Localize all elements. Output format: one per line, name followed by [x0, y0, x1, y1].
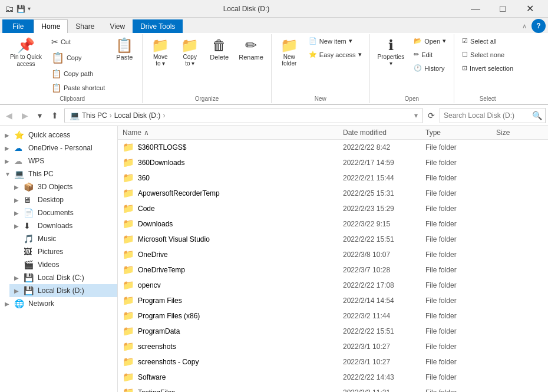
file-row[interactable]: 📁 TestingFiles 2022/3/3 11:31 File folde…: [118, 385, 548, 392]
sidebar-item-local-disk-c[interactable]: ▶ 💾 Local Disk (C:): [9, 271, 117, 284]
file-folder-icon: 📁: [123, 279, 134, 291]
edit-button[interactable]: ✏ Edit: [410, 49, 450, 60]
sidebar-item-videos[interactable]: 🎬 Videos: [9, 258, 117, 271]
column-header-name[interactable]: Name ∧: [123, 129, 343, 137]
file-row[interactable]: 📁 Program Files 2022/2/14 14:54 File fol…: [118, 293, 548, 308]
search-input[interactable]: [444, 111, 532, 120]
pin-icon: 📌: [17, 38, 35, 52]
properties-button[interactable]: ℹ Properties▾: [374, 35, 409, 70]
tab-home[interactable]: Home: [34, 19, 68, 33]
sidebar-item-wps[interactable]: ▶ ☁ WPS: [0, 154, 117, 167]
quick-access-toolbar-save[interactable]: 💾: [16, 5, 25, 13]
file-type-col: File folder: [425, 220, 496, 228]
file-date-col: 2022/3/8 10:07: [343, 251, 425, 259]
sidebar-item-documents[interactable]: ▶ 📄 Documents: [9, 206, 117, 219]
sidebar-item-this-pc[interactable]: ▼ 💻 This PC: [0, 167, 117, 180]
open-button[interactable]: 📂 Open ▾: [410, 35, 450, 47]
file-type-col: File folder: [425, 189, 496, 197]
select-all-button[interactable]: ☑ Select all: [458, 35, 517, 47]
column-header-type[interactable]: Type: [425, 129, 496, 137]
paste-button[interactable]: 📋 Paste: [110, 35, 138, 64]
file-row[interactable]: 📁 ApowersoftRecorderTemp 2022/2/25 15:31…: [118, 186, 548, 201]
up-button[interactable]: ⬆: [48, 108, 62, 123]
file-folder-icon: 📁: [123, 203, 134, 214]
sidebar-item-onedrive[interactable]: ▶ ☁ OneDrive - Personal: [0, 141, 117, 154]
copy-path-button[interactable]: 📋 Copy path: [47, 67, 109, 80]
maximize-button[interactable]: □: [489, 0, 516, 18]
ribbon-group-new: 📁 Newfolder 📄 New item ▾ ⭐ Easy access ▾…: [272, 34, 370, 103]
easy-access-button[interactable]: ⭐ Easy access ▾: [305, 49, 366, 60]
file-row[interactable]: 📁 Microsoft Visual Studio 2022/2/22 15:5…: [118, 232, 548, 247]
tab-view[interactable]: View: [102, 19, 133, 33]
sidebar-item-quick-access[interactable]: ▶ ⭐ Quick access: [0, 129, 117, 141]
file-row[interactable]: 📁 360 2022/2/21 15:44 File folder: [118, 170, 548, 186]
file-row[interactable]: 📁 $360RTLOGS$ 2022/2/22 8:42 File folder: [118, 140, 548, 155]
address-item-this-pc[interactable]: This PC: [82, 111, 107, 120]
address-bar[interactable]: 💻 This PC › Local Disk (D:) › ▾: [64, 108, 423, 123]
search-box[interactable]: 🔍: [440, 108, 546, 123]
column-header-date[interactable]: Date modified: [343, 129, 425, 137]
tab-share[interactable]: Share: [68, 19, 102, 33]
select-col: ☑ Select all ☐ Select none ⊡ Invert sele…: [458, 35, 517, 74]
file-type-col: File folder: [425, 373, 496, 381]
select-none-icon: ☐: [462, 51, 468, 58]
minimize-button[interactable]: —: [462, 0, 489, 18]
sidebar-label-local-disk-c: Local Disk (C:): [38, 274, 84, 282]
history-button[interactable]: 🕐 History: [410, 62, 450, 74]
back-button[interactable]: ◀: [2, 108, 16, 123]
file-row[interactable]: 📁 screenshots 2022/3/1 10:27 File folder: [118, 339, 548, 354]
file-row[interactable]: 📁 Software 2022/2/22 14:43 File folder: [118, 370, 548, 385]
sidebar-item-pictures[interactable]: 🖼 Pictures: [9, 245, 117, 258]
ribbon-open-items: ℹ Properties▾ 📂 Open ▾ ✏ Edit 🕐 History: [374, 35, 451, 94]
invert-selection-button[interactable]: ⊡ Invert selection: [458, 62, 517, 74]
cut-button[interactable]: ✂ Cut: [47, 35, 109, 48]
ribbon-collapse-icon[interactable]: ∧: [520, 22, 529, 30]
sidebar-item-network[interactable]: ▶ 🌐 Network: [0, 297, 117, 310]
pin-quick-access-button[interactable]: 📌 Pin to Quickaccess: [6, 35, 46, 71]
sidebar-item-music[interactable]: 🎵 Music: [9, 232, 117, 245]
help-button[interactable]: ?: [532, 19, 546, 33]
delete-button[interactable]: 🗑 Delete: [205, 35, 233, 64]
close-button[interactable]: ✕: [516, 0, 543, 18]
sidebar-item-3d-objects[interactable]: ▶ 📦 3D Objects: [9, 180, 117, 193]
file-row[interactable]: 📁 OneDrive 2022/3/8 10:07 File folder: [118, 247, 548, 262]
copy-to-button[interactable]: 📁 Copyto ▾: [176, 35, 204, 70]
forward-button[interactable]: ▶: [18, 108, 32, 123]
select-none-button[interactable]: ☐ Select none: [458, 49, 517, 60]
file-date-col: 2022/2/21 15:44: [343, 174, 425, 182]
new-item-button[interactable]: 📄 New item ▾: [305, 35, 366, 47]
file-row[interactable]: 📁 opencv 2022/2/22 17:08 File folder: [118, 278, 548, 293]
easy-access-icon: ⭐: [309, 51, 317, 58]
recent-locations-button[interactable]: ▾: [34, 108, 45, 123]
easy-access-arrow: ▾: [358, 51, 362, 58]
file-row[interactable]: 📁 ProgramData 2022/2/22 15:51 File folde…: [118, 324, 548, 339]
file-row[interactable]: 📁 Program Files (x86) 2022/3/2 11:44 Fil…: [118, 308, 548, 324]
new-folder-button[interactable]: 📁 Newfolder: [275, 35, 303, 70]
sidebar-label-desktop: Desktop: [38, 196, 64, 204]
expand-icon-this-pc: ▼: [5, 171, 14, 177]
file-folder-icon: 📁: [123, 341, 134, 352]
file-row[interactable]: 📁 Code 2022/2/23 15:29 File folder: [118, 201, 548, 216]
open-label: Open: [424, 38, 440, 45]
file-row[interactable]: 📁 Downloads 2022/3/22 9:15 File folder: [118, 216, 548, 232]
sidebar-item-downloads[interactable]: ▶ ⬇ Downloads: [9, 219, 117, 232]
file-row[interactable]: 📁 360Downloads 2022/2/17 14:59 File fold…: [118, 155, 548, 170]
move-to-button[interactable]: 📁 Moveto ▾: [146, 35, 174, 70]
file-row[interactable]: 📁 OneDriveTemp 2022/3/7 10:28 File folde…: [118, 262, 548, 278]
local-disk-d-icon: 💾: [24, 286, 35, 295]
sidebar-item-desktop[interactable]: ▶ 🖥 Desktop: [9, 193, 117, 206]
paste-shortcut-button[interactable]: 📋 Paste shortcut: [47, 81, 109, 94]
rename-button[interactable]: ✏ Rename: [235, 35, 268, 64]
address-dropdown-arrow[interactable]: ▾: [414, 111, 418, 120]
column-header-size[interactable]: Size: [496, 129, 543, 137]
refresh-button[interactable]: ⟳: [425, 108, 437, 123]
new-item-col: 📄 New item ▾ ⭐ Easy access ▾: [305, 35, 366, 60]
tab-file[interactable]: File: [2, 19, 34, 33]
copy-button[interactable]: 📋 Copy: [47, 50, 109, 66]
address-item-local-disk-d[interactable]: Local Disk (D:): [114, 111, 161, 120]
sidebar-item-local-disk-d[interactable]: ▶ 💾 Local Disk (D:): [9, 284, 117, 297]
tab-drive-tools[interactable]: Drive Tools: [133, 19, 183, 33]
history-icon: 🕐: [414, 64, 422, 72]
file-row[interactable]: 📁 screenshots - Copy 2022/3/1 10:27 File…: [118, 354, 548, 370]
file-date-col: 2022/3/22 9:15: [343, 220, 425, 228]
